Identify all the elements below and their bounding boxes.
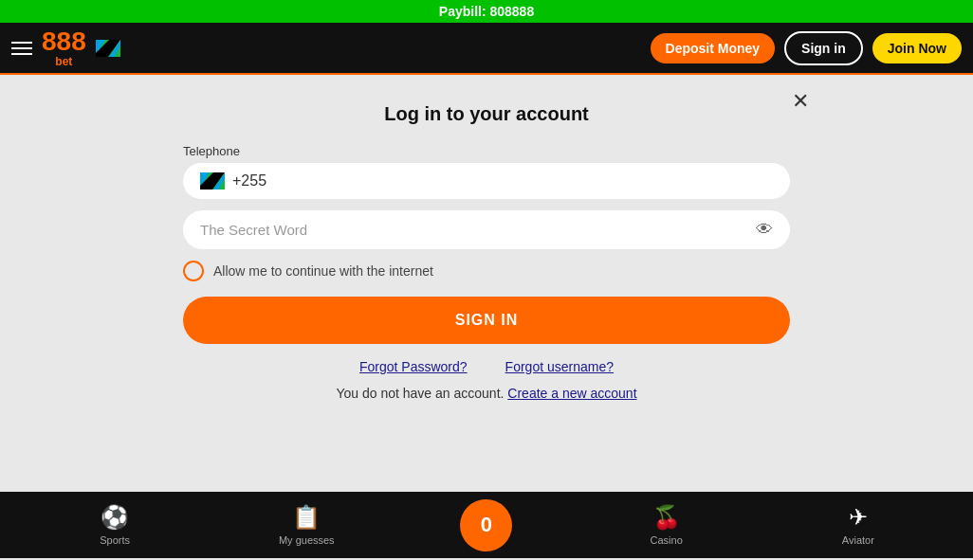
paybill-text: Paybill: 808888: [439, 4, 534, 19]
sports-label: Sports: [100, 534, 130, 546]
hamburger-menu[interactable]: [11, 42, 32, 55]
sign-in-submit-button[interactable]: SIGN IN: [183, 297, 790, 344]
casino-icon: 🍒: [652, 504, 681, 531]
telephone-group: Telephone +255: [183, 144, 790, 199]
login-title: Log in to your account: [183, 103, 790, 125]
deposit-money-button[interactable]: Deposit Money: [651, 33, 776, 63]
no-account-row: You do not have an account. Create a new…: [183, 386, 790, 401]
remember-me-checkbox[interactable]: [183, 261, 204, 281]
forgot-username-link[interactable]: Forgot username?: [505, 359, 614, 374]
myguesses-icon: 📋: [292, 504, 321, 531]
header: 888 bet Deposit Money Sign in Join Now: [0, 23, 973, 75]
aviator-icon: ✈: [849, 504, 868, 531]
aviator-label: Aviator: [842, 534, 874, 546]
phone-input[interactable]: [274, 172, 773, 190]
links-row: Forgot Password? Forgot username?: [183, 359, 790, 374]
password-input-wrapper: 👁: [183, 210, 790, 249]
myguesses-label: My guesses: [279, 534, 335, 546]
nav-casino[interactable]: 🍒 Casino: [629, 504, 705, 546]
nav-aviator[interactable]: ✈ Aviator: [820, 504, 896, 546]
remember-me-label: Allow me to continue with the internet: [213, 263, 433, 279]
header-left: 888 bet: [11, 28, 120, 68]
no-account-text: You do not have an account.: [336, 386, 504, 401]
eye-icon[interactable]: 👁: [756, 220, 773, 240]
login-modal: ✕ Log in to your account Telephone +255: [155, 84, 818, 429]
bottom-nav: ⚽ Sports 📋 My guesses 0 🍒 Casino ✈ Aviat…: [0, 492, 973, 558]
paybill-bar: Paybill: 808888: [0, 0, 973, 23]
main-content: ✕ Log in to your account Telephone +255: [0, 75, 973, 492]
telephone-label: Telephone: [183, 144, 790, 158]
forgot-password-link[interactable]: Forgot Password?: [359, 359, 468, 374]
close-button[interactable]: ✕: [792, 89, 809, 114]
password-group: 👁: [183, 210, 790, 249]
flag-icon: [96, 40, 120, 57]
logo: 888 bet: [42, 28, 86, 68]
create-account-link[interactable]: Create a new account: [507, 386, 636, 401]
center-count: 0: [481, 513, 492, 537]
nav-center-button[interactable]: 0: [460, 499, 512, 551]
remember-me-row: Allow me to continue with the internet: [183, 261, 790, 281]
casino-label: Casino: [651, 534, 683, 546]
nav-sports[interactable]: ⚽ Sports: [77, 504, 153, 546]
header-right: Deposit Money Sign in Join Now: [651, 31, 962, 65]
password-input[interactable]: [200, 222, 756, 238]
phone-input-wrapper: +255: [183, 163, 790, 199]
sports-icon: ⚽: [101, 504, 129, 531]
phone-flag-icon: [200, 172, 225, 190]
sign-in-button[interactable]: Sign in: [784, 31, 863, 65]
join-now-button[interactable]: Join Now: [872, 33, 962, 63]
logo-bet: bet: [55, 55, 72, 68]
phone-code: +255: [232, 172, 266, 190]
logo-888: 888: [42, 28, 86, 55]
nav-myguesses[interactable]: 📋 My guesses: [268, 504, 344, 546]
